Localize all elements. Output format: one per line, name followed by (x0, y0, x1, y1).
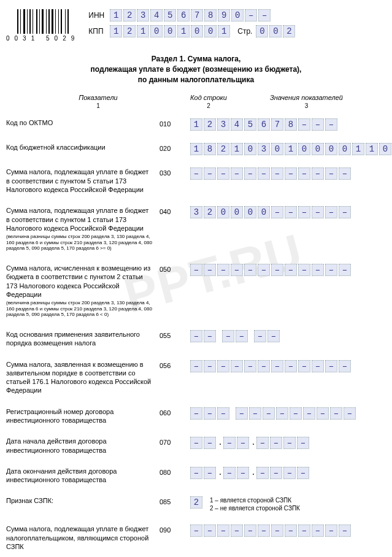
row-value: ––.––.–––– (190, 467, 386, 479)
row-value: –––––––––––– (190, 264, 386, 276)
row-label: Сумма налога, подлежащая уплате в бюджет… (6, 524, 159, 551)
barcode-number: 0031 5029 (6, 35, 79, 42)
row-label: Код бюджетной классификации (6, 143, 159, 152)
row-code: 070 (159, 437, 190, 446)
szpk-hint: 1 – является стороной СЗПК2 – не являетс… (210, 496, 300, 512)
row-label: Признак СЗПК: (6, 496, 159, 505)
row-code: 060 (159, 407, 190, 417)
form-row-085: Признак СЗПК:08521 – является стороной С… (6, 496, 386, 512)
form-row-010: Код по ОКТМО01012345678––– (6, 118, 386, 131)
col-header-2: Код строки (190, 94, 227, 101)
row-label: Сумма налога, исчисленная к возмещению и… (6, 264, 159, 318)
section-title: Раздел 1. Сумма налога, подлежащая уплат… (6, 54, 386, 85)
row-code: 040 (159, 206, 190, 215)
row-label: Сумма налога, заявленная к возмещению в … (6, 360, 159, 395)
barcode-icon (17, 9, 69, 34)
row-label: Код по ОКТМО (6, 118, 159, 127)
row-label: Сумма налога, подлежащая уплате в бюджет… (6, 167, 159, 194)
col-num-1: 1 (6, 102, 190, 109)
row-value: ––.––.–––– (190, 437, 386, 449)
row-value: –––––––––––– (190, 524, 386, 537)
row-value: 12345678––– (190, 118, 386, 131)
row-value: –––––––––––– (190, 360, 386, 372)
row-code: 050 (159, 264, 190, 273)
col-header-1: Показатели (6, 94, 190, 101)
row-value: –––––––––––– (190, 167, 386, 180)
row-label: Код основания применения заявительного п… (6, 330, 159, 348)
row-value: 21 – является стороной СЗПК2 – не являет… (190, 496, 386, 512)
barcode-block: 0031 5029 (6, 9, 79, 42)
form-row-070: Дата начала действия договора инвестицио… (6, 437, 386, 455)
row-code: 055 (159, 330, 190, 339)
form-row-030: Сумма налога, подлежащая уплате в бюджет… (6, 167, 386, 194)
form-row-020: Код бюджетной классификации0201821030100… (6, 143, 386, 155)
col-num-2: 2 (190, 102, 227, 109)
kpp-label: КПП (88, 27, 110, 36)
form-row-050: Сумма налога, исчисленная к возмещению и… (6, 264, 386, 318)
row-code: 030 (159, 167, 190, 177)
form-row-040: Сумма налога, подлежащая уплате в бюджет… (6, 206, 386, 252)
row-label: Дата начала действия договора инвестицио… (6, 437, 159, 455)
form-row-055: Код основания применения заявительного п… (6, 330, 386, 348)
row-code: 090 (159, 524, 190, 534)
row-code: 080 (159, 467, 190, 476)
row-label: Дата окончания действия договора инвести… (6, 467, 159, 485)
row-value: 320000–––––– (190, 206, 386, 218)
form-row-060: Регистрационный номер договора инвестици… (6, 407, 386, 425)
row-code: 020 (159, 143, 190, 152)
row-value: 18210301000011000110 (190, 143, 392, 155)
form-row-080: Дата окончания действия договора инвести… (6, 467, 386, 485)
row-code: 085 (159, 496, 190, 505)
form-row-090: Сумма налога, подлежащая уплате в бюджет… (6, 524, 386, 551)
row-code: 056 (159, 360, 190, 369)
form-row-056: Сумма налога, заявленная к возмещению в … (6, 360, 386, 395)
row-label: Сумма налога, подлежащая уплате в бюджет… (6, 206, 159, 252)
col-num-3: 3 (227, 102, 386, 109)
col-header-3: Значения показателей (227, 94, 386, 101)
inn-label: ИНН (88, 11, 110, 20)
row-value: –––––– (190, 330, 386, 342)
page-label: Стр. (237, 27, 252, 36)
row-label: Регистрационный номер договора инвестици… (6, 407, 159, 425)
row-value: –––––––––––– (190, 407, 386, 420)
row-code: 010 (159, 118, 190, 128)
